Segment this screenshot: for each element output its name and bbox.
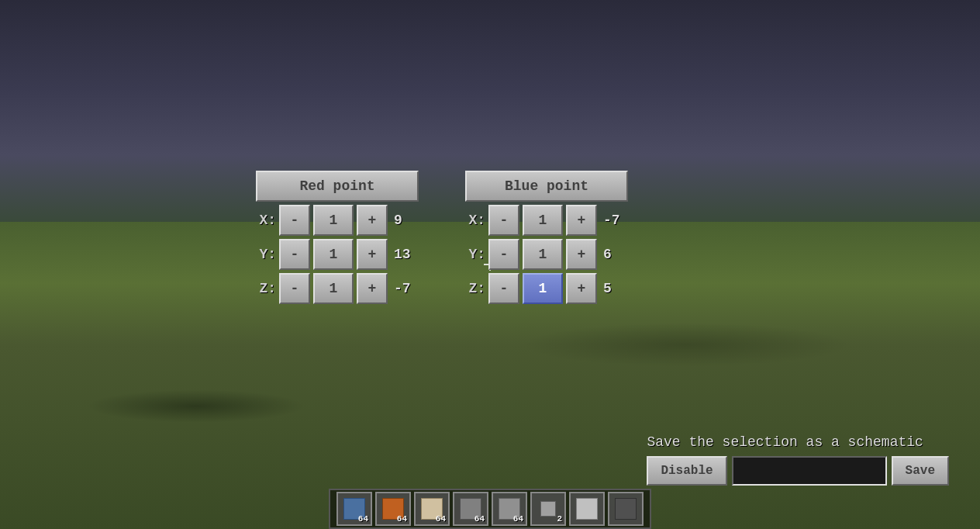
blue-point-title[interactable]: Blue point [465,171,628,202]
blue-y-label: Y: [465,247,485,262]
blue-z-value-button[interactable]: 1 [523,273,563,304]
red-y-plus-button[interactable]: + [357,239,388,270]
blue-x-value-button[interactable]: 1 [523,205,563,236]
red-y-minus-button[interactable]: - [279,239,310,270]
red-x-label: X: [256,213,276,228]
schematic-name-input[interactable] [732,456,887,486]
red-y-row: Y: - 1 + 13 [256,239,419,270]
blue-y-result: 6 [603,247,626,262]
red-point-title[interactable]: Red point [256,171,419,202]
red-x-minus-button[interactable]: - [279,205,310,236]
blue-z-row: Z: - 1 + 5 [465,273,628,304]
red-x-plus-button[interactable]: + [357,205,388,236]
red-x-value-button[interactable]: 1 [313,205,354,236]
blue-x-row: X: - 1 + -7 [465,205,628,236]
red-y-label: Y: [256,247,276,262]
red-z-value-button[interactable]: 1 [313,273,354,304]
red-z-plus-button[interactable]: + [357,273,388,304]
hotbar: 64 64 64 64 64 2 [329,489,651,529]
red-y-result: 13 [394,247,417,262]
hotbar-slot-2[interactable]: 64 [375,492,411,526]
blue-y-minus-button[interactable]: - [488,239,519,270]
hotbar-slot-7[interactable] [569,492,605,526]
blue-y-row: Y: - 1 + 6 [465,239,628,270]
blue-z-minus-button[interactable]: - [488,273,519,304]
blue-z-label: Z: [465,281,485,296]
hotbar-slot-4[interactable]: 64 [453,492,488,526]
save-panel-title: Save the selection as a schematic [647,434,949,450]
save-controls: Disable Save [647,456,949,486]
blue-z-result: 5 [603,281,626,296]
hotbar-slot-1[interactable]: 64 [336,492,372,526]
red-z-label: Z: [256,281,276,296]
hotbar-item-6 [540,501,556,517]
blue-x-plus-button[interactable]: + [566,205,597,236]
blue-point-panel: Blue point X: - 1 + -7 Y: - 1 + 6 Z: - 1… [465,171,628,304]
red-x-result: 9 [394,213,417,228]
red-z-minus-button[interactable]: - [279,273,310,304]
blue-z-plus-button[interactable]: + [566,273,597,304]
blue-x-minus-button[interactable]: - [488,205,519,236]
blue-y-plus-button[interactable]: + [566,239,597,270]
hotbar-item-8 [615,498,637,520]
red-z-result: -7 [394,281,417,296]
hotbar-slot-6[interactable]: 2 [530,492,566,526]
hotbar-slot-5[interactable]: 64 [492,492,527,526]
red-point-panel: Red point X: - 1 + 9 Y: - 1 + 13 Z: - 1 … [256,171,419,304]
hotbar-item-7 [576,498,598,520]
blue-x-result: -7 [603,213,626,228]
red-x-row: X: - 1 + 9 [256,205,419,236]
blue-y-value-button[interactable]: 1 [523,239,563,270]
blue-x-label: X: [465,213,485,228]
hotbar-slot-8[interactable] [608,492,644,526]
panels-container: Red point X: - 1 + 9 Y: - 1 + 13 Z: - 1 … [256,171,628,304]
red-z-row: Z: - 1 + -7 [256,273,419,304]
save-button[interactable]: Save [892,456,949,486]
save-panel: Save the selection as a schematic Disabl… [647,434,949,486]
red-y-value-button[interactable]: 1 [313,239,354,270]
hotbar-slot-3[interactable]: 64 [414,492,450,526]
disable-button[interactable]: Disable [647,456,726,486]
